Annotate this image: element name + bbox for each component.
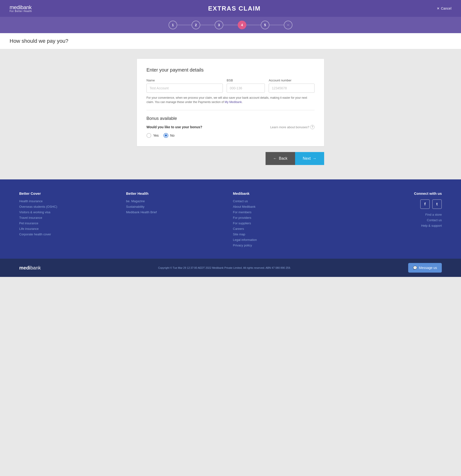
footer-link-legal[interactable]: Legal information — [233, 238, 335, 242]
connect-title: Connect with us — [414, 191, 442, 196]
message-us-button[interactable]: 💬 Message us — [408, 263, 442, 272]
yes-label: Yes — [153, 134, 159, 137]
step-circle-5[interactable]: 5 — [261, 21, 269, 29]
footer-link-contact[interactable]: Contact us — [233, 199, 335, 203]
medibank-title: Medibank — [233, 191, 335, 196]
facebook-icon[interactable]: f — [420, 199, 430, 209]
footer-link-visitors[interactable]: Visitors & working visa — [19, 210, 121, 214]
chat-icon: 💬 — [413, 266, 417, 270]
page-heading: EXTRAS CLAIM — [208, 5, 261, 12]
step-4[interactable]: 4 — [238, 21, 246, 29]
main-content: Enter your payment details Name BSB Acco… — [0, 49, 461, 179]
cancel-button[interactable]: ✕ Cancel — [437, 7, 451, 10]
bonus-title: Bonus available — [146, 116, 315, 121]
account-field-group: Account number — [269, 78, 315, 93]
my-medibank-link[interactable]: My Medibank — [225, 100, 242, 104]
back-arrow-icon: ← — [273, 156, 277, 161]
learn-more-link[interactable]: Learn more about bonuses? ? — [270, 125, 315, 129]
step-line-3-4 — [223, 25, 238, 25]
logo-tagline: For Better Health — [10, 10, 32, 12]
back-button[interactable]: ← Back — [266, 152, 295, 165]
footer-link-privacy[interactable]: Privacy policy — [233, 244, 335, 247]
bsb-field-group: BSB — [227, 78, 265, 93]
footer-link-magazine[interactable]: be. Magazine — [126, 199, 228, 203]
step-5[interactable]: 5 — [261, 21, 269, 29]
footer-link-about[interactable]: About Medibank — [233, 205, 335, 208]
yes-radio[interactable] — [146, 133, 151, 138]
payment-fields-row: Name BSB Account number — [146, 78, 315, 93]
footer-link-health-insurance[interactable]: Health insurance — [19, 199, 121, 203]
footer-link-careers[interactable]: Careers — [233, 227, 335, 230]
social-icons: f t — [420, 199, 442, 209]
footer-link-find-store[interactable]: Find a store — [421, 213, 442, 216]
footer-link-life[interactable]: Life insurance — [19, 227, 121, 230]
name-field-group: Name — [146, 78, 223, 93]
footer-better-cover: Better Cover Health insurance Overseas s… — [19, 191, 121, 249]
bsb-label: BSB — [227, 78, 265, 82]
step-line-4-5 — [246, 25, 261, 25]
footer-link-contact-us[interactable]: Contact us — [421, 218, 442, 222]
step-6[interactable]: ··· — [284, 21, 293, 29]
name-label: Name — [146, 78, 223, 82]
bonus-radio-group: Yes No — [146, 133, 315, 138]
twitter-icon[interactable]: t — [432, 199, 442, 209]
step-line-2-3 — [200, 25, 215, 25]
account-label: Account number — [269, 78, 315, 82]
footer-link-travel[interactable]: Travel insurance — [19, 216, 121, 220]
info-icon: ? — [310, 125, 315, 129]
footer: Better Cover Health insurance Overseas s… — [0, 179, 461, 259]
logo: medibank For Better Health — [10, 4, 32, 12]
form-section-title: Enter your payment details — [146, 67, 315, 73]
footer-connect: Connect with us f t Find a store Contact… — [340, 191, 442, 249]
navigation-buttons: ← Back Next → — [137, 152, 324, 165]
bonus-question-row: Would you like to use your bonus? Learn … — [146, 125, 315, 129]
page-title: How should we pay you? — [10, 38, 451, 44]
step-3[interactable]: 3 — [215, 21, 223, 29]
no-label: No — [170, 134, 175, 137]
helper-text: For your convenience, when we process yo… — [146, 96, 315, 104]
footer-link-pet[interactable]: Pet insurance — [19, 221, 121, 225]
footer-better-health: Better Health be. Magazine Sustainabilit… — [126, 191, 228, 249]
step-circle-4[interactable]: 4 — [238, 21, 246, 29]
stepper: 1 2 3 4 5 ··· — [0, 17, 461, 33]
connect-links: Find a store Contact us Help & support — [421, 213, 442, 229]
step-circle-6[interactable]: ··· — [284, 21, 293, 29]
footer-link-sustainability[interactable]: Sustainability — [126, 205, 228, 208]
name-input[interactable] — [146, 84, 223, 93]
footer-link-oshc[interactable]: Overseas students (OSHC) — [19, 205, 121, 208]
step-circle-3[interactable]: 3 — [215, 21, 223, 29]
copyright-text: Copyright © Tue Mar 29 12:37:00 AEDT 202… — [158, 266, 291, 269]
footer-link-help[interactable]: Help & support — [421, 224, 442, 227]
section-divider — [146, 110, 315, 110]
step-line-1-2 — [177, 25, 192, 25]
account-input[interactable] — [269, 84, 315, 93]
no-radio[interactable] — [164, 133, 168, 138]
no-option[interactable]: No — [164, 133, 175, 138]
page-title-bar: How should we pay you? — [0, 33, 461, 49]
footer-link-members[interactable]: For members — [233, 210, 335, 214]
footer-link-health-brief[interactable]: Medibank Health Brief — [126, 210, 228, 214]
next-arrow-icon: → — [313, 156, 317, 161]
footer-medibank: Medibank Contact us About Medibank For m… — [233, 191, 335, 249]
next-button[interactable]: Next → — [295, 152, 324, 165]
step-1[interactable]: 1 — [168, 21, 177, 29]
header: medibank For Better Health EXTRAS CLAIM … — [0, 0, 461, 17]
step-circle-1[interactable]: 1 — [168, 21, 177, 29]
cancel-icon: ✕ — [437, 7, 440, 10]
bsb-input[interactable] — [227, 84, 265, 93]
payment-form-card: Enter your payment details Name BSB Acco… — [137, 59, 324, 146]
step-2[interactable]: 2 — [192, 21, 200, 29]
step-line-5-6 — [269, 25, 284, 25]
yes-option[interactable]: Yes — [146, 133, 159, 138]
footer-link-providers[interactable]: For providers — [233, 216, 335, 220]
bonus-question: Would you like to use your bonus? — [146, 125, 202, 129]
step-circle-2[interactable]: 2 — [192, 21, 200, 29]
footer-link-suppliers[interactable]: For suppliers — [233, 221, 335, 225]
bottom-bar: medibank Copyright © Tue Mar 29 12:37:00… — [0, 259, 461, 277]
footer-link-sitemap[interactable]: Site map — [233, 232, 335, 236]
better-health-title: Better Health — [126, 191, 228, 196]
footer-link-corporate[interactable]: Corporate health cover — [19, 232, 121, 236]
bottom-logo: medibank — [19, 265, 41, 271]
better-cover-title: Better Cover — [19, 191, 121, 196]
